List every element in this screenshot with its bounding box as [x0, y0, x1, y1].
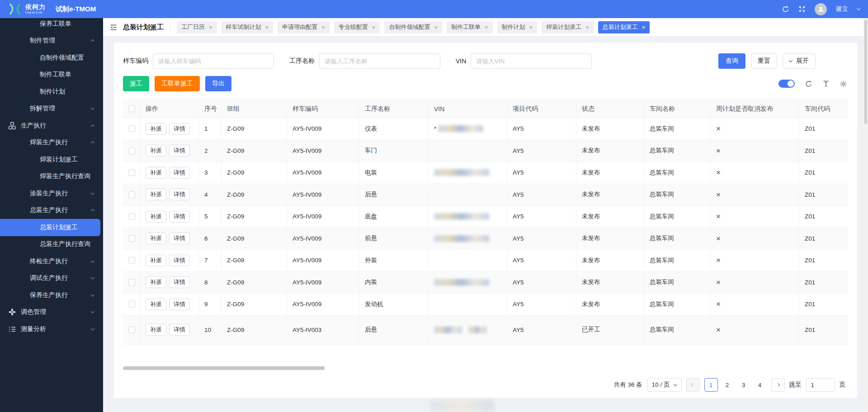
- reassign-button[interactable]: 补派: [146, 324, 166, 336]
- reassign-button[interactable]: 补派: [146, 167, 166, 179]
- detail-button[interactable]: 详情: [169, 189, 190, 200]
- row-checkbox[interactable]: [128, 213, 135, 220]
- detail-button[interactable]: 详情: [169, 232, 190, 244]
- close-icon[interactable]: ×: [529, 24, 533, 31]
- sidebar-item[interactable]: 总装生产执行: [0, 202, 103, 219]
- reassign-button[interactable]: 补派: [146, 276, 166, 288]
- page-size-value: 10 / 页: [652, 381, 670, 389]
- sidebar-item[interactable]: 涂装生产执行: [0, 185, 103, 202]
- tab-item[interactable]: 总装计划派工×: [598, 21, 650, 33]
- sidebar-item[interactable]: 制件管理: [0, 33, 103, 50]
- close-icon[interactable]: ×: [642, 24, 646, 31]
- refresh-table-icon[interactable]: [805, 80, 812, 88]
- fullscreen-icon[interactable]: [798, 5, 806, 13]
- chevron-up-icon: [91, 39, 94, 43]
- detail-button[interactable]: 详情: [169, 255, 190, 266]
- tab-item[interactable]: 申请理由配置×: [278, 21, 330, 33]
- row-checkbox[interactable]: [128, 169, 135, 176]
- sidebar-item[interactable]: 总装生产执行查询: [0, 236, 103, 253]
- row-checkbox[interactable]: [128, 301, 135, 308]
- reset-button[interactable]: 重置: [751, 53, 777, 69]
- sidebar-item[interactable]: 调试生产执行: [0, 270, 103, 287]
- action-button[interactable]: 派工: [123, 76, 149, 91]
- tab-item[interactable]: 制件计划×: [497, 21, 538, 33]
- row-checkbox[interactable]: [128, 257, 135, 264]
- filter-input[interactable]: [319, 53, 440, 69]
- page-size-select[interactable]: 10 / 页: [647, 378, 682, 392]
- detail-button[interactable]: 详情: [169, 211, 190, 223]
- sidebar-item[interactable]: 制件工联单: [0, 66, 103, 84]
- close-icon[interactable]: ×: [321, 24, 325, 31]
- gear-icon[interactable]: [840, 80, 847, 88]
- row-checkbox[interactable]: [128, 279, 135, 286]
- detail-button[interactable]: 详情: [169, 324, 190, 336]
- sidebar-item[interactable]: 自制件领域配置: [0, 49, 103, 66]
- close-icon[interactable]: ×: [372, 24, 376, 31]
- next-page-button[interactable]: [771, 378, 785, 392]
- row-checkbox[interactable]: [128, 235, 135, 242]
- collapse-sidebar-icon[interactable]: [109, 24, 118, 31]
- sidebar-item[interactable]: 测量分析: [0, 321, 103, 338]
- page-number[interactable]: 1: [704, 378, 718, 392]
- detail-button[interactable]: 详情: [169, 298, 190, 310]
- select-all-checkbox[interactable]: [128, 105, 135, 112]
- row-checkbox[interactable]: [128, 147, 135, 154]
- tab-item[interactable]: 样车试制计划×: [222, 21, 274, 33]
- action-button[interactable]: 工联单派工: [155, 76, 200, 91]
- refresh-icon[interactable]: [782, 5, 789, 13]
- table-toggle[interactable]: [778, 80, 795, 88]
- close-icon[interactable]: ×: [265, 24, 269, 31]
- prev-page-button[interactable]: [686, 378, 700, 392]
- scrollbar-thumb[interactable]: [864, 20, 867, 124]
- reassign-button[interactable]: 补派: [146, 298, 166, 310]
- page-number[interactable]: 4: [753, 378, 767, 392]
- sidebar-item[interactable]: 制件计划: [0, 83, 103, 100]
- close-icon[interactable]: ×: [434, 24, 438, 31]
- reassign-button[interactable]: 补派: [146, 189, 166, 200]
- detail-button[interactable]: 详情: [169, 167, 190, 179]
- detail-button[interactable]: 详情: [169, 145, 190, 156]
- reassign-button[interactable]: 补派: [146, 145, 166, 156]
- sidebar-item[interactable]: 保养工联单: [0, 18, 103, 33]
- page-number[interactable]: 2: [721, 378, 734, 392]
- close-icon[interactable]: ×: [585, 24, 589, 31]
- sidebar-item[interactable]: 焊装生产执行查询: [0, 168, 103, 185]
- close-icon[interactable]: ×: [485, 24, 488, 31]
- tab-item[interactable]: 制件工联单×: [447, 21, 493, 33]
- row-height-icon[interactable]: [822, 80, 830, 87]
- reassign-button[interactable]: 补派: [146, 255, 166, 266]
- tab-item[interactable]: 工厂日历×: [177, 21, 217, 33]
- action-button[interactable]: 导出: [205, 76, 231, 91]
- close-icon[interactable]: ×: [209, 24, 212, 31]
- sidebar-item[interactable]: 焊装计划派工: [0, 151, 103, 168]
- reassign-button[interactable]: 补派: [146, 232, 166, 244]
- sidebar-item[interactable]: 生产执行: [0, 117, 103, 134]
- page-number[interactable]: 3: [737, 378, 750, 392]
- row-checkbox[interactable]: [128, 191, 135, 198]
- reassign-button[interactable]: 补派: [146, 123, 166, 135]
- row-checkbox[interactable]: [128, 125, 135, 132]
- search-button[interactable]: 查询: [718, 53, 745, 69]
- detail-button[interactable]: 详情: [169, 123, 190, 135]
- vertical-scrollbar[interactable]: [863, 18, 868, 412]
- sidebar-item[interactable]: 保养生产执行: [0, 287, 103, 304]
- jump-page-input[interactable]: [806, 378, 835, 392]
- sidebar-item[interactable]: 焊装生产执行: [0, 134, 103, 152]
- sidebar-item[interactable]: 终检生产执行: [0, 253, 103, 270]
- filter-input[interactable]: [471, 53, 592, 69]
- sidebar-item[interactable]: 拆解管理: [0, 100, 103, 118]
- horizontal-scrollbar[interactable]: [123, 366, 325, 370]
- sidebar-item[interactable]: 调色管理: [0, 304, 103, 321]
- row-checkbox[interactable]: [128, 327, 135, 333]
- avatar[interactable]: [815, 3, 827, 15]
- tab-item[interactable]: 焊装计划派工×: [542, 21, 594, 33]
- user-name[interactable]: 谢立: [836, 5, 848, 13]
- chevron-down-icon[interactable]: [857, 6, 860, 10]
- tab-item[interactable]: 自制件领域配置×: [384, 21, 442, 33]
- filter-input[interactable]: [153, 53, 274, 69]
- detail-button[interactable]: 详情: [169, 276, 190, 288]
- tab-item[interactable]: 专业组配置×: [334, 21, 380, 33]
- expand-button[interactable]: 展开: [783, 53, 816, 69]
- sidebar-item[interactable]: 总装计划派工: [0, 219, 100, 236]
- reassign-button[interactable]: 补派: [146, 211, 166, 223]
